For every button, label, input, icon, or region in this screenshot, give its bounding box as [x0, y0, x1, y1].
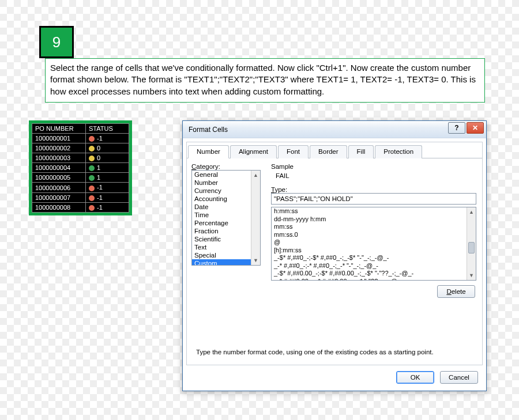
- format-item[interactable]: _-$* #,##0_-;-$* #,##0_-;_-$* "-"_-;_-@_…: [272, 254, 476, 262]
- tab-font[interactable]: Font: [278, 145, 309, 158]
- table-row[interactable]: 10000000051: [32, 173, 129, 183]
- status-table: PO NUMBER STATUS 1000000001-110000000020…: [32, 123, 129, 213]
- cell-po-number: 1000000002: [32, 143, 86, 153]
- category-item[interactable]: Time: [192, 211, 260, 219]
- cell-status: 1: [86, 163, 129, 173]
- scroll-up-icon[interactable]: ▲: [251, 171, 260, 180]
- tab-alignment[interactable]: Alignment: [230, 145, 277, 158]
- cell-po-number: 1000000001: [32, 134, 86, 143]
- col-po-number: PO NUMBER: [32, 124, 86, 134]
- category-item[interactable]: Scientific: [192, 235, 260, 243]
- cell-status: 1: [86, 173, 129, 183]
- dialog-title: Format Cells: [189, 126, 228, 134]
- cell-status: 0: [86, 143, 129, 153]
- tab-protection[interactable]: Protection: [375, 145, 422, 158]
- dialog-tabs: NumberAlignmentFontBorderFillProtection: [187, 145, 482, 158]
- table-row[interactable]: 10000000030: [32, 153, 129, 163]
- category-item[interactable]: Custom: [192, 259, 260, 266]
- format-item[interactable]: h:mm:ss: [272, 207, 476, 215]
- format-listbox[interactable]: h:mm:ssdd-mm-yyyy h:mmmm:ssmm:ss.0@[h]:m…: [271, 207, 476, 281]
- format-item[interactable]: dd-mm-yyyy h:mm: [272, 215, 476, 224]
- scroll-up-icon[interactable]: ▲: [467, 207, 476, 217]
- dialog-body: NumberAlignmentFontBorderFillProtection …: [186, 142, 483, 365]
- format-item[interactable]: _-$* #,##0.00_-;-$* #,##0.00_-;_-$* "-"?…: [272, 270, 476, 278]
- category-item[interactable]: General: [192, 171, 260, 179]
- category-item[interactable]: Number: [192, 179, 260, 187]
- category-listbox[interactable]: GeneralNumberCurrencyAccountingDateTimeP…: [191, 170, 261, 266]
- cell-po-number: 1000000008: [32, 202, 86, 212]
- table-row[interactable]: 10000000041: [32, 163, 129, 173]
- format-scrollbar[interactable]: ▲ ▼: [467, 207, 476, 280]
- format-item[interactable]: mm:ss: [272, 223, 476, 231]
- col-status: STATUS: [86, 124, 129, 134]
- category-item[interactable]: Fraction: [192, 227, 260, 235]
- format-item[interactable]: mm:ss.0: [272, 231, 476, 239]
- cell-status: 0: [86, 153, 129, 163]
- category-item[interactable]: Date: [192, 203, 260, 211]
- status-dot-icon: [89, 195, 95, 201]
- status-dot-icon: [89, 156, 95, 161]
- cell-status: -1: [86, 192, 129, 202]
- type-label: Type:: [271, 186, 477, 193]
- cell-po-number: 1000000003: [32, 153, 86, 163]
- format-cells-dialog: Format Cells ? ✕ NumberAlignmentFontBord…: [182, 120, 487, 391]
- close-icon: ✕: [472, 124, 478, 131]
- table-row[interactable]: 1000000006-1: [32, 183, 129, 192]
- format-item[interactable]: _-* #,##0.00_-;-* #,##0.00_-;_-* "-"??_-…: [272, 278, 476, 281]
- format-item[interactable]: @: [272, 239, 476, 247]
- type-input[interactable]: [271, 193, 476, 205]
- tab-number[interactable]: Number: [188, 145, 229, 158]
- delete-button[interactable]: Delete: [437, 285, 475, 298]
- help-icon: ?: [454, 124, 458, 131]
- table-row[interactable]: 1000000007-1: [32, 192, 129, 202]
- table-row[interactable]: 10000000020: [32, 143, 129, 153]
- category-scrollbar[interactable]: ▲ ▼: [251, 171, 260, 265]
- scroll-thumb[interactable]: [468, 242, 475, 253]
- ok-button[interactable]: OK: [396, 371, 434, 384]
- category-item[interactable]: Currency: [192, 187, 260, 195]
- cell-po-number: 1000000006: [32, 183, 86, 192]
- close-button[interactable]: ✕: [467, 122, 484, 134]
- status-dot-icon: [89, 175, 95, 181]
- status-dot-icon: [89, 146, 95, 152]
- scroll-down-icon[interactable]: ▼: [467, 271, 476, 280]
- dialog-titlebar[interactable]: Format Cells ? ✕: [183, 121, 486, 138]
- category-item[interactable]: Text: [192, 243, 260, 251]
- instruction-text: Select the range of cells that we've con…: [45, 58, 485, 103]
- hint-text: Type the number format code, using one o…: [196, 349, 473, 355]
- step-badge: 9: [39, 26, 74, 58]
- tab-border[interactable]: Border: [310, 145, 347, 158]
- cell-po-number: 1000000004: [32, 163, 86, 173]
- table-row[interactable]: 1000000001-1: [32, 134, 129, 143]
- cell-status: -1: [86, 202, 129, 212]
- status-dot-icon: [89, 165, 95, 171]
- status-dot-icon: [89, 186, 95, 191]
- step-number: 9: [52, 33, 61, 51]
- cell-po-number: 1000000005: [32, 173, 86, 183]
- category-item[interactable]: Percentage: [192, 219, 260, 227]
- cell-po-number: 1000000007: [32, 192, 86, 202]
- table-row[interactable]: 1000000008-1: [32, 202, 129, 212]
- sample-value: FAIL: [271, 171, 477, 181]
- scroll-down-icon[interactable]: ▼: [251, 256, 260, 265]
- delete-label-rest: elete: [452, 288, 466, 295]
- status-table-container: PO NUMBER STATUS 1000000001-110000000020…: [29, 120, 132, 215]
- cancel-button[interactable]: Cancel: [440, 371, 478, 384]
- format-item[interactable]: [h]:mm:ss: [272, 247, 476, 255]
- category-item[interactable]: Special: [192, 251, 260, 259]
- help-button[interactable]: ?: [448, 122, 465, 134]
- status-dot-icon: [89, 136, 95, 142]
- category-item[interactable]: Accounting: [192, 195, 260, 203]
- right-pane: Sample FAIL Type: h:mm:ssdd-mm-yyyy h:mm…: [271, 163, 477, 298]
- cell-status: -1: [86, 183, 129, 192]
- status-dot-icon: [89, 205, 95, 211]
- sample-label: Sample: [271, 163, 477, 170]
- cell-status: -1: [86, 134, 129, 143]
- tab-fill[interactable]: Fill: [348, 145, 374, 158]
- format-item[interactable]: _-* #,##0_-;-* #,##0_-;_-* "-"_-;_-@_-: [272, 262, 476, 270]
